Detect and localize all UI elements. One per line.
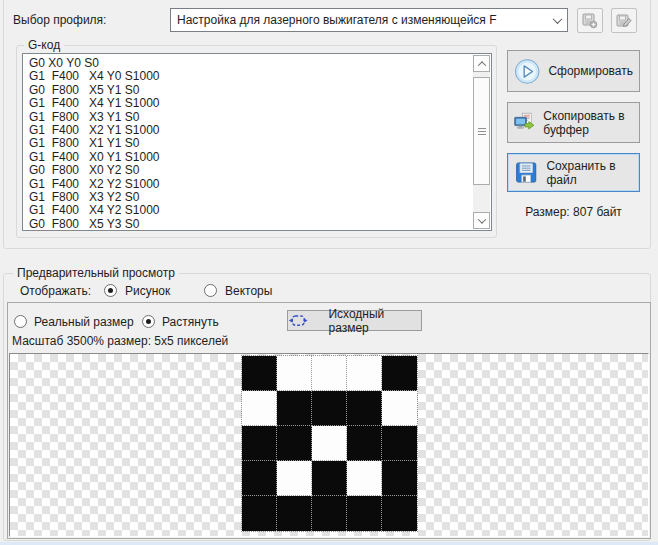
play-icon	[514, 58, 540, 85]
pixel-cell	[347, 356, 382, 391]
radio-display-picture[interactable]	[104, 284, 117, 297]
preview-canvas	[9, 353, 649, 537]
radio-display-vectors[interactable]	[204, 284, 217, 297]
pixel-cell	[277, 461, 312, 496]
pixel-grid	[241, 355, 418, 532]
gcode-group-title: G-код	[24, 38, 64, 52]
radio-display-picture-label[interactable]: Рисунок	[125, 284, 170, 298]
gcode-scrollbar[interactable]	[473, 55, 490, 229]
radio-real-size[interactable]	[14, 315, 27, 328]
display-mode-label: Отображать:	[20, 284, 91, 298]
pixel-cell	[277, 426, 312, 461]
pixel-cell	[242, 426, 277, 461]
save-profile-button[interactable]	[577, 8, 603, 33]
copy-button-label: Скопировать в буффер	[543, 109, 633, 137]
scale-info-text: Масштаб 3500% размер: 5x5 пикселей	[12, 334, 228, 348]
save-to-file-button[interactable]: Сохранить в файл	[507, 153, 640, 192]
scrollbar-thumb[interactable]	[473, 77, 490, 185]
pixel-cell	[312, 391, 347, 426]
profile-label: Выбор профиля:	[13, 13, 106, 27]
scroll-up-button[interactable]	[473, 55, 490, 72]
pixel-cell	[382, 356, 417, 391]
pixel-cell	[382, 496, 417, 531]
copy-to-clipboard-icon	[514, 108, 535, 137]
pixel-cell	[312, 496, 347, 531]
pixel-cell	[382, 461, 417, 496]
pixel-cell	[347, 426, 382, 461]
pixel-cell	[312, 426, 347, 461]
gcode-size-text: Размер: 807 байт	[507, 205, 640, 219]
pixel-cell	[312, 356, 347, 391]
gcode-generator-window: Выбор профиля: Настройка для лазерного в…	[0, 0, 658, 545]
floppy-icon	[514, 158, 538, 187]
pixel-cell	[347, 461, 382, 496]
radio-stretch[interactable]	[142, 315, 155, 328]
pixel-cell	[347, 391, 382, 426]
gcode-textarea[interactable]: G0 X0 Y0 S0 G1 F400 X4 Y0 S1000 G0 F800 …	[22, 53, 492, 231]
chevron-up-icon	[477, 61, 485, 69]
gcode-text[interactable]: G0 X0 Y0 S0 G1 F400 X4 Y0 S1000 G0 F800 …	[29, 57, 471, 228]
original-size-button[interactable]: Исходный размер	[287, 310, 422, 331]
fit-selection-icon	[288, 313, 308, 329]
scroll-down-button[interactable]	[473, 212, 490, 229]
pixel-cell	[347, 496, 382, 531]
original-size-button-label: Исходный размер	[328, 307, 421, 335]
edit-profile-button[interactable]	[611, 8, 637, 33]
generate-button-label: Сформировать	[548, 64, 633, 78]
pixel-cell	[382, 426, 417, 461]
pixel-cell	[277, 356, 312, 391]
pixel-cell	[277, 391, 312, 426]
radio-display-vectors-label[interactable]: Векторы	[225, 284, 272, 298]
chevron-down-icon[interactable]	[547, 9, 567, 31]
radio-real-size-label[interactable]: Реальный размер	[34, 315, 134, 329]
pixel-cell	[242, 496, 277, 531]
pixel-cell	[242, 461, 277, 496]
chevron-down-icon	[477, 215, 485, 223]
profile-select-value: Настройка для лазерного выжигателя с изм…	[171, 13, 547, 27]
pixel-cell	[277, 496, 312, 531]
save-button-label: Сохранить в файл	[546, 159, 633, 187]
pixel-cell	[312, 461, 347, 496]
pixel-cell	[242, 391, 277, 426]
profile-select[interactable]: Настройка для лазерного выжигателя с изм…	[170, 8, 568, 32]
pixel-cell	[382, 391, 417, 426]
pixel-cell	[242, 356, 277, 391]
generate-button[interactable]: Сформировать	[507, 50, 640, 92]
floppy-edit-icon	[615, 12, 633, 30]
floppy-plus-icon	[581, 12, 599, 30]
preview-group-title: Предварительный просмотр	[13, 266, 179, 280]
radio-stretch-label[interactable]: Растянуть	[162, 315, 219, 329]
grip-icon	[478, 128, 486, 135]
copy-to-clipboard-button[interactable]: Скопировать в буффер	[507, 102, 640, 143]
